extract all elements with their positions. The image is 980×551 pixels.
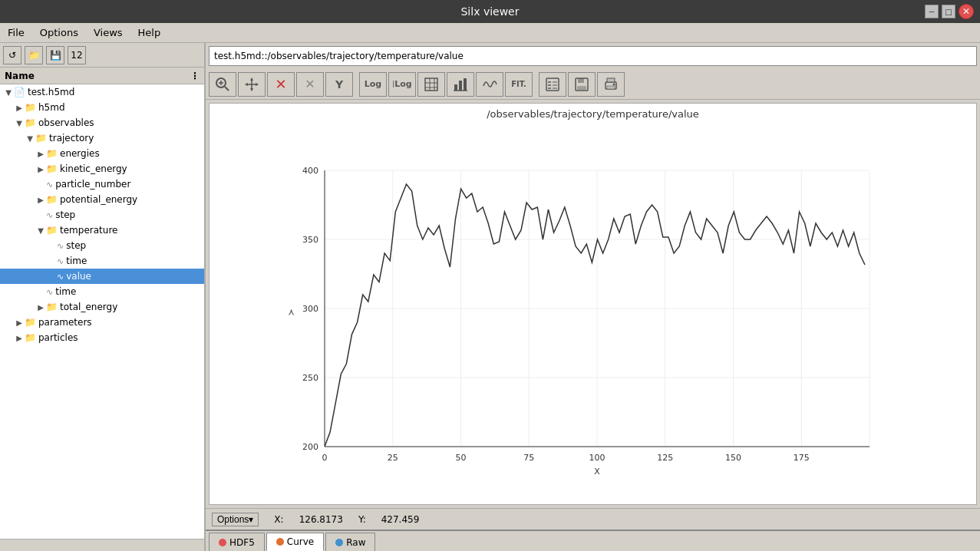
tree-label-parameters: parameters	[38, 317, 92, 328]
svg-rect-28	[577, 86, 586, 90]
chart-toolbar: ✕ ✕ Y Log |Log	[206, 69, 980, 100]
tree-label-particles: particles	[38, 332, 78, 343]
svg-rect-30	[607, 78, 615, 82]
y-axis-button[interactable]: Y	[325, 72, 353, 97]
tab-curve[interactable]: Curve	[266, 533, 324, 551]
svg-rect-31	[607, 86, 615, 89]
menu-options[interactable]: Options	[35, 25, 83, 40]
log-y-button[interactable]: |Log	[388, 72, 416, 97]
curve-dot	[276, 538, 284, 546]
tree-label-temp_time: time	[66, 256, 87, 266]
clear-selection-button[interactable]: ✕	[296, 72, 324, 97]
svg-text:75: 75	[523, 453, 534, 463]
svg-text:350: 350	[302, 235, 318, 245]
options-button[interactable]: Options▾	[212, 513, 259, 526]
expander-observables[interactable]: ▼	[14, 119, 25, 127]
bottom-tabs: HDF5 Curve Raw	[206, 530, 980, 551]
tree-item-trajectory[interactable]: ▼ 📁 trajectory	[0, 130, 204, 146]
expander-temperature[interactable]: ▼	[35, 226, 46, 235]
options-label: Options▾	[217, 514, 253, 525]
tree-item-time[interactable]: ∿ time	[0, 284, 204, 299]
right-panel: test.h5md::/observables/trajectory/tempe…	[206, 43, 980, 551]
fit-button[interactable]: FIT.	[505, 72, 533, 97]
pan-button[interactable]	[238, 72, 266, 97]
grid-button[interactable]	[417, 72, 445, 97]
tree-label-kinetic_energy: kinetic_energy	[60, 163, 127, 174]
tree-item-energies[interactable]: ▶ 📁 energies	[0, 146, 204, 161]
log-x-button[interactable]: Log	[359, 72, 387, 97]
tree-item-kinetic_energy[interactable]: ▶ 📁 kinetic_energy	[0, 161, 204, 177]
expander-test_h5md[interactable]: ▼	[3, 88, 14, 97]
print-button[interactable]	[597, 72, 625, 97]
expander-particles[interactable]: ▶	[14, 334, 25, 342]
tree-label-step: step	[55, 210, 75, 220]
curve-button[interactable]	[476, 72, 503, 97]
refresh-button[interactable]: ↺	[3, 46, 21, 64]
folder-icon-total_energy: 📁	[46, 302, 58, 312]
folder-icon-kinetic_energy: 📁	[46, 163, 58, 174]
tree-label-energies: energies	[60, 148, 100, 159]
expander-energies[interactable]: ▶	[35, 150, 46, 158]
maximize-button[interactable]: □	[942, 5, 955, 18]
tree-item-particles[interactable]: ▶ 📁 particles	[0, 330, 204, 345]
resize-handle[interactable]: ⋮	[190, 71, 200, 81]
horizontal-scrollbar[interactable]	[0, 539, 204, 551]
svg-point-32	[613, 83, 615, 85]
tree-label-test_h5md: test.h5md	[28, 87, 74, 97]
tree-item-temp_time[interactable]: ∿ time	[0, 253, 204, 269]
svg-text:0: 0	[322, 453, 327, 463]
tree-item-step[interactable]: ∿ step	[0, 207, 204, 223]
left-toolbar: ↺ 📁 💾 12	[0, 43, 204, 68]
expander-h5md[interactable]: ▶	[14, 104, 25, 112]
options-section: Options▾	[212, 513, 259, 526]
svg-text:250: 250	[302, 373, 318, 383]
chart-title: /observables/trajectory/temperature/valu…	[487, 104, 699, 120]
tree-item-temperature[interactable]: ▼ 📁 temperature	[0, 223, 204, 238]
tree-label-observables: observables	[38, 117, 94, 128]
expander-kinetic_energy[interactable]: ▶	[35, 165, 46, 173]
y-value: 427.459	[381, 514, 420, 525]
tree-item-temp_step[interactable]: ∿ step	[0, 238, 204, 253]
stats-button[interactable]	[447, 72, 474, 97]
wave-icon-step: ∿	[46, 210, 53, 220]
menubar: File Options Views Help	[0, 23, 980, 43]
svg-rect-16	[459, 81, 462, 91]
svg-text:50: 50	[455, 453, 466, 463]
tree-item-particle_number[interactable]: ∿ particle_number	[0, 177, 204, 192]
wave-icon-temp_step: ∿	[57, 241, 64, 251]
zoom-button[interactable]	[209, 72, 236, 97]
tab-raw[interactable]: Raw	[325, 533, 375, 551]
tab-hdf5-label: HDF5	[229, 537, 255, 548]
save-chart-button[interactable]	[568, 72, 596, 97]
tree-item-potential_energy[interactable]: ▶ 📁 potential_energy	[0, 192, 204, 207]
tree-item-test_h5md[interactable]: ▼ 📄 test.h5md	[0, 84, 204, 100]
tree-item-h5md[interactable]: ▶ 📁 h5md	[0, 100, 204, 115]
legend-button[interactable]	[539, 72, 566, 97]
tab-hdf5[interactable]: HDF5	[209, 533, 265, 551]
svg-rect-27	[578, 78, 584, 83]
path-bar: test.h5md::/observables/trajectory/tempe…	[209, 46, 977, 66]
tree-item-value[interactable]: ∿ value	[0, 269, 204, 284]
clear-x-button[interactable]: ✕	[267, 72, 295, 97]
expander-trajectory[interactable]: ▼	[25, 134, 35, 143]
expander-total_energy[interactable]: ▶	[35, 303, 46, 312]
path-value: test.h5md::/observables/trajectory/tempe…	[214, 51, 464, 61]
tree-item-parameters[interactable]: ▶ 📁 parameters	[0, 315, 204, 330]
save-file-button[interactable]: 💾	[46, 46, 64, 64]
folder-icon-particles: 📁	[25, 332, 36, 343]
tree-item-observables[interactable]: ▼ 📁 observables	[0, 115, 204, 130]
number-button[interactable]: 12	[68, 46, 86, 64]
svg-marker-6	[250, 78, 253, 81]
tree-item-total_energy[interactable]: ▶ 📁 total_energy	[0, 299, 204, 315]
menu-help[interactable]: Help	[134, 25, 166, 40]
open-button[interactable]: 📁	[25, 46, 43, 64]
menu-file[interactable]: File	[3, 25, 29, 40]
folder-icon-parameters: 📁	[25, 317, 36, 328]
minimize-button[interactable]: ─	[925, 5, 939, 18]
expander-potential_energy[interactable]: ▶	[35, 196, 46, 204]
close-button[interactable]: ✕	[959, 4, 974, 19]
menu-views[interactable]: Views	[89, 25, 127, 40]
expander-parameters[interactable]: ▶	[14, 318, 25, 327]
raw-dot	[335, 539, 343, 546]
tree-label-total_energy: total_energy	[60, 302, 117, 312]
